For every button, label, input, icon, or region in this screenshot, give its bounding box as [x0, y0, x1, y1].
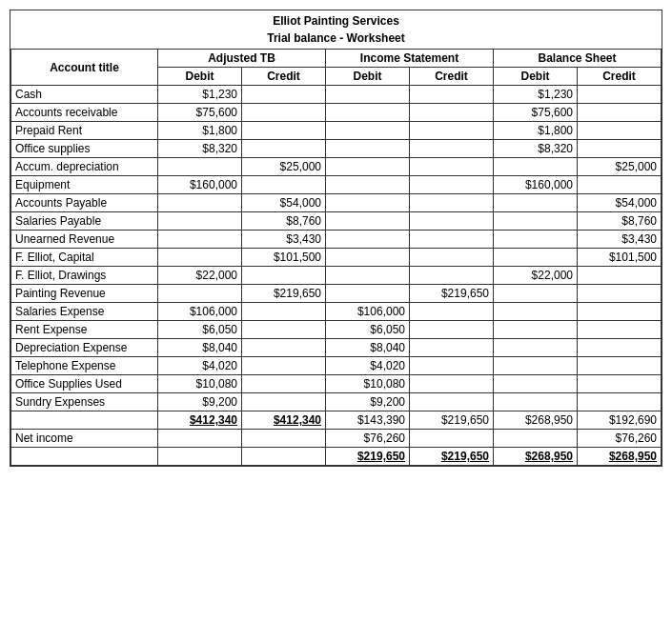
worksheet-container: Elliot Painting Services Trial balance -…	[10, 10, 662, 467]
atb-credit-cell: $219,650	[242, 285, 326, 303]
table-row: F. Elliot, Capital $101,500 $101,500	[11, 249, 662, 267]
atb-debit-cell: $6,050	[158, 321, 242, 339]
table-row: Salaries Payable $8,760 $8,760	[11, 212, 662, 231]
is-debit-cell: $9,200	[326, 393, 410, 411]
bs-credit-cell	[578, 86, 662, 104]
atb-credit-cell	[242, 122, 326, 140]
is-credit-cell	[410, 194, 494, 212]
bs-credit-cell	[578, 393, 662, 411]
atb-debit-cell: $22,000	[158, 267, 242, 285]
account-name: Telephone Expense	[11, 357, 158, 375]
atb-credit-cell: $54,000	[242, 194, 326, 212]
account-name: F. Elliot, Capital	[11, 249, 158, 267]
atb-debit-cell: $4,020	[158, 357, 242, 375]
table-row: Office supplies $8,320 $8,320	[11, 140, 662, 158]
totals-atb-debit: $412,340	[158, 411, 242, 430]
atb-debit-header: Debit	[158, 68, 242, 86]
account-title-header: Account title	[11, 50, 158, 86]
bs-debit-cell: $1,800	[494, 122, 578, 140]
is-credit-cell	[410, 393, 494, 411]
is-credit-cell	[410, 231, 494, 249]
bs-debit-cell	[494, 321, 578, 339]
atb-debit-cell	[158, 158, 242, 176]
atb-credit-cell: $8,760	[242, 212, 326, 231]
bs-debit-cell	[494, 375, 578, 393]
is-credit-cell: $219,650	[410, 285, 494, 303]
is-credit-cell	[410, 158, 494, 176]
account-name: Prepaid Rent	[11, 122, 158, 140]
bs-debit-cell	[494, 393, 578, 411]
gt-is-debit: $219,650	[326, 448, 410, 466]
bs-credit-cell	[578, 104, 662, 122]
is-debit-header: Debit	[326, 68, 410, 86]
account-name: Accounts Payable	[11, 194, 158, 212]
account-name: Accounts receivable	[11, 104, 158, 122]
ni-bs-credit: $76,260	[578, 430, 662, 448]
table-row: Accounts Payable $54,000 $54,000	[11, 194, 662, 212]
totals-is-credit: $219,650	[410, 411, 494, 430]
is-credit-cell	[410, 104, 494, 122]
table-row: Prepaid Rent $1,800 $1,800	[11, 122, 662, 140]
table-row: Cash $1,230 $1,230	[11, 86, 662, 104]
gt-is-credit: $219,650	[410, 448, 494, 466]
bs-debit-cell	[494, 212, 578, 231]
atb-debit-cell	[158, 212, 242, 231]
atb-credit-cell: $3,430	[242, 231, 326, 249]
grand-totals-row: $219,650 $219,650 $268,950 $268,950	[11, 448, 662, 466]
account-name: Depreciation Expense	[11, 339, 158, 357]
net-income-label: Net income	[11, 430, 158, 448]
bs-debit-cell	[494, 303, 578, 321]
table-row: Accounts receivable $75,600 $75,600	[11, 104, 662, 122]
atb-debit-cell: $106,000	[158, 303, 242, 321]
bs-credit-cell	[578, 321, 662, 339]
atb-credit-cell	[242, 393, 326, 411]
bs-credit-cell	[578, 140, 662, 158]
atb-debit-cell	[158, 231, 242, 249]
account-name: F. Elliot, Drawings	[11, 267, 158, 285]
account-name: Office Supplies Used	[11, 375, 158, 393]
atb-debit-cell: $1,230	[158, 86, 242, 104]
company-name: Elliot Painting Services	[273, 14, 399, 28]
is-credit-cell	[410, 176, 494, 194]
bs-credit-cell	[578, 357, 662, 375]
account-name: Cash	[11, 86, 158, 104]
totals-atb-credit: $412,340	[242, 411, 326, 430]
account-name: Equipment	[11, 176, 158, 194]
account-name: Salaries Expense	[11, 303, 158, 321]
is-debit-cell	[326, 158, 410, 176]
company-title-row: Elliot Painting Services	[11, 10, 662, 30]
gt-label	[11, 448, 158, 466]
is-credit-cell	[410, 249, 494, 267]
adjusted-tb-header: Adjusted TB	[158, 50, 326, 68]
is-debit-cell	[326, 212, 410, 231]
is-debit-cell	[326, 104, 410, 122]
account-name: Rent Expense	[11, 321, 158, 339]
atb-credit-cell	[242, 357, 326, 375]
bs-debit-cell: $160,000	[494, 176, 578, 194]
atb-credit-cell	[242, 339, 326, 357]
bs-credit-header: Credit	[578, 68, 662, 86]
atb-debit-cell: $1,800	[158, 122, 242, 140]
totals-row: $412,340 $412,340 $143,390 $219,650 $268…	[11, 411, 662, 430]
ni-bs-debit	[494, 430, 578, 448]
atb-debit-cell: $75,600	[158, 104, 242, 122]
account-name: Accum. depreciation	[11, 158, 158, 176]
is-credit-cell	[410, 357, 494, 375]
bs-debit-cell	[494, 249, 578, 267]
account-name: Sundry Expenses	[11, 393, 158, 411]
atb-debit-cell: $160,000	[158, 176, 242, 194]
ni-atb-credit	[242, 430, 326, 448]
bs-debit-cell	[494, 357, 578, 375]
income-statement-header: Income Statement	[326, 50, 494, 68]
is-debit-cell	[326, 231, 410, 249]
bs-debit-cell	[494, 231, 578, 249]
table-row: Sundry Expenses $9,200 $9,200	[11, 393, 662, 411]
is-credit-cell	[410, 321, 494, 339]
is-debit-cell	[326, 249, 410, 267]
bs-debit-cell: $22,000	[494, 267, 578, 285]
gt-atb-debit	[158, 448, 242, 466]
table-row: Telephone Expense $4,020 $4,020	[11, 357, 662, 375]
bs-debit-cell: $75,600	[494, 104, 578, 122]
table-row: Painting Revenue $219,650 $219,650	[11, 285, 662, 303]
is-debit-cell: $6,050	[326, 321, 410, 339]
